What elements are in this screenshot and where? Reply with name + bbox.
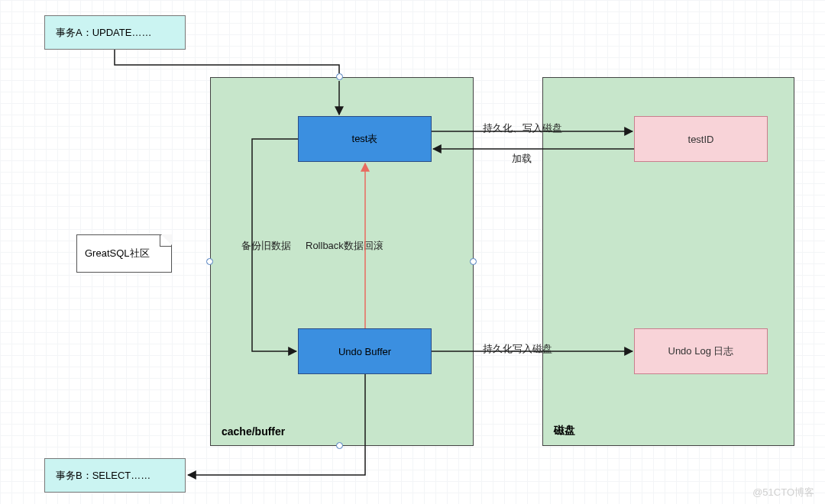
edge-label-persist-write: 持久化、写入磁盘 xyxy=(483,121,562,135)
edge-label-load: 加载 xyxy=(512,152,532,166)
edge-label-persist-write-disk: 持久化写入磁盘 xyxy=(483,342,552,356)
port-left-cache xyxy=(206,258,213,265)
undo-log-node: Undo Log 日志 xyxy=(634,328,768,374)
edge-label-rollback: Rollback数据回滚 xyxy=(306,239,383,253)
test-id-node: testID xyxy=(634,116,768,162)
port-right-cache xyxy=(470,258,477,265)
note-fold-icon xyxy=(160,235,171,247)
cache-buffer-label: cache/buffer xyxy=(222,425,285,438)
disk-label: 磁盘 xyxy=(554,424,575,438)
undo-buffer-node: Undo Buffer xyxy=(298,328,432,374)
test-table-node: test表 xyxy=(298,116,432,162)
port-top-cache xyxy=(336,73,343,80)
edge-label-backup-old: 备份旧数据 xyxy=(241,239,291,253)
transaction-a-box: 事务A：UPDATE…… xyxy=(44,15,186,50)
watermark-text: @51CTO博客 xyxy=(752,486,814,499)
port-bottom-cache xyxy=(336,442,343,449)
transaction-b-box: 事务B：SELECT…… xyxy=(44,458,186,493)
community-note: GreatSQL社区 xyxy=(76,234,172,273)
community-note-text: GreatSQL社区 xyxy=(85,247,150,260)
